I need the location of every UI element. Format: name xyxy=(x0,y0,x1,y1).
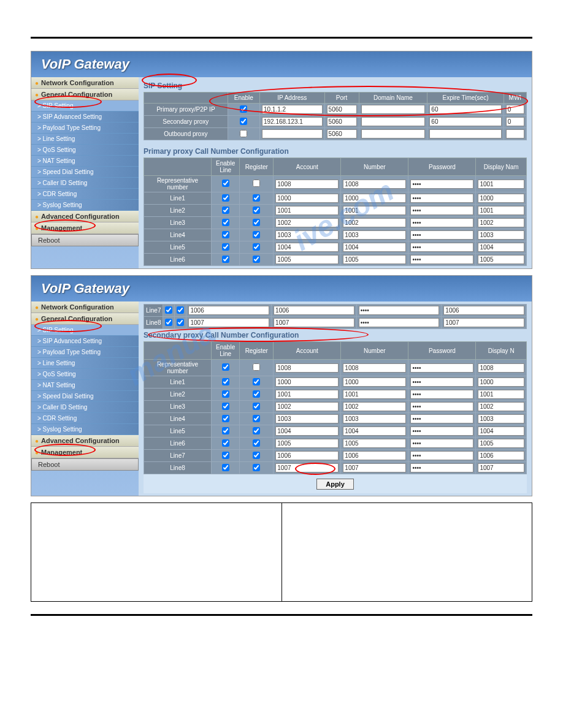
account-input[interactable] xyxy=(275,243,339,252)
account-input[interactable] xyxy=(275,255,339,264)
display-input[interactable] xyxy=(478,243,524,252)
register-checkbox[interactable] xyxy=(253,403,260,410)
nav-reboot[interactable]: Reboot xyxy=(31,458,139,471)
enable-line-checkbox[interactable] xyxy=(222,256,229,263)
domain-input[interactable] xyxy=(361,129,426,138)
enable-line-checkbox[interactable] xyxy=(222,243,229,251)
enable-checkbox[interactable] xyxy=(240,130,247,137)
nav-network-config[interactable]: ●Network Configuration xyxy=(31,77,139,89)
number-input[interactable] xyxy=(343,206,406,215)
nav-general-config[interactable]: ●General Configuration xyxy=(31,313,139,325)
enable-line-checkbox[interactable] xyxy=(222,415,229,422)
nav-sip-advanced[interactable]: > SIP Advanced Setting xyxy=(31,336,139,347)
enable-line-checkbox[interactable] xyxy=(222,231,229,238)
nav-qos[interactable]: > QoS Setting xyxy=(31,369,139,380)
password-input[interactable] xyxy=(410,427,473,436)
register-checkbox[interactable] xyxy=(253,243,260,251)
number-input[interactable] xyxy=(343,451,406,460)
display-input[interactable] xyxy=(443,306,524,315)
enable-line-checkbox[interactable] xyxy=(222,180,229,187)
mwi-input[interactable] xyxy=(506,117,524,126)
expire-input[interactable] xyxy=(429,129,501,138)
display-input[interactable] xyxy=(478,206,524,215)
account-input[interactable] xyxy=(275,377,339,387)
apply-button[interactable]: Apply xyxy=(316,479,354,490)
display-input[interactable] xyxy=(478,218,524,227)
number-input[interactable] xyxy=(343,243,406,252)
password-input[interactable] xyxy=(410,439,473,448)
register-checkbox[interactable] xyxy=(253,464,260,471)
register-checkbox[interactable] xyxy=(253,378,260,385)
register-checkbox[interactable] xyxy=(253,390,260,398)
nav-nat[interactable]: > NAT Setting xyxy=(31,380,139,391)
nav-advanced-config[interactable]: ●Advanced Configuration xyxy=(31,435,139,447)
register-checkbox[interactable] xyxy=(253,219,260,226)
enable-line-checkbox[interactable] xyxy=(222,452,229,459)
mwi-input[interactable] xyxy=(506,129,524,138)
account-input[interactable] xyxy=(275,414,339,423)
display-input[interactable] xyxy=(478,363,524,373)
display-input[interactable] xyxy=(478,451,524,460)
expire-input[interactable] xyxy=(429,105,501,114)
nav-nat[interactable]: > NAT Setting xyxy=(31,156,139,167)
enable-line-checkbox[interactable] xyxy=(222,363,229,371)
nav-caller-id[interactable]: > Caller ID Setting xyxy=(31,178,139,189)
account-input[interactable] xyxy=(275,363,339,373)
number-input[interactable] xyxy=(343,180,406,189)
number-input[interactable] xyxy=(274,318,354,327)
account-input[interactable] xyxy=(275,180,339,189)
password-input[interactable] xyxy=(410,390,473,399)
port-input[interactable] xyxy=(327,129,357,138)
nav-caller-id[interactable]: > Caller ID Setting xyxy=(31,402,139,413)
nav-sip-setting[interactable]: > SIP Setting xyxy=(31,325,139,336)
nav-speed-dial[interactable]: > Speed Dial Setting xyxy=(31,391,139,402)
register-checkbox[interactable] xyxy=(253,231,260,238)
enable-line-checkbox[interactable] xyxy=(222,464,229,471)
port-input[interactable] xyxy=(327,105,357,114)
number-input[interactable] xyxy=(343,390,406,399)
enable-line-checkbox[interactable] xyxy=(165,319,172,326)
enable-line-checkbox[interactable] xyxy=(222,439,229,447)
register-checkbox[interactable] xyxy=(253,363,260,371)
nav-syslog[interactable]: > Syslog Setting xyxy=(31,424,139,435)
nav-sip-setting[interactable]: > SIP Setting xyxy=(31,100,139,112)
password-input[interactable] xyxy=(410,451,473,460)
account-input[interactable] xyxy=(275,402,339,411)
password-input[interactable] xyxy=(410,363,473,373)
display-input[interactable] xyxy=(478,377,524,387)
ip-input[interactable] xyxy=(262,129,323,138)
number-input[interactable] xyxy=(343,255,406,264)
register-checkbox[interactable] xyxy=(253,194,260,202)
enable-line-checkbox[interactable] xyxy=(222,219,229,226)
enable-line-checkbox[interactable] xyxy=(222,427,229,434)
domain-input[interactable] xyxy=(361,117,426,126)
port-input[interactable] xyxy=(327,117,357,126)
account-input[interactable] xyxy=(275,230,339,240)
account-input[interactable] xyxy=(275,390,339,399)
display-input[interactable] xyxy=(478,255,524,264)
nav-management[interactable]: ●Management xyxy=(31,447,139,458)
number-input[interactable] xyxy=(343,377,406,387)
account-input[interactable] xyxy=(188,318,269,327)
nav-payload[interactable]: > Payload Type Setting xyxy=(31,123,139,134)
nav-general-config[interactable]: ●General Configuration xyxy=(31,89,139,100)
nav-cdr[interactable]: > CDR Setting xyxy=(31,189,139,200)
nav-syslog[interactable]: > Syslog Setting xyxy=(31,200,139,211)
account-input[interactable] xyxy=(275,427,339,436)
display-input[interactable] xyxy=(478,390,524,399)
enable-checkbox[interactable] xyxy=(240,105,247,113)
number-input[interactable] xyxy=(343,402,406,411)
ip-input[interactable] xyxy=(262,105,323,114)
number-input[interactable] xyxy=(343,463,406,472)
domain-input[interactable] xyxy=(361,105,426,114)
password-input[interactable] xyxy=(410,463,473,472)
nav-qos[interactable]: > QoS Setting xyxy=(31,145,139,156)
number-input[interactable] xyxy=(343,230,406,240)
password-input[interactable] xyxy=(410,377,473,387)
nav-management[interactable]: ●Management xyxy=(31,222,139,234)
account-input[interactable] xyxy=(275,218,339,227)
display-input[interactable] xyxy=(478,439,524,448)
enable-line-checkbox[interactable] xyxy=(222,194,229,202)
nav-payload[interactable]: > Payload Type Setting xyxy=(31,347,139,358)
enable-line-checkbox[interactable] xyxy=(222,390,229,398)
